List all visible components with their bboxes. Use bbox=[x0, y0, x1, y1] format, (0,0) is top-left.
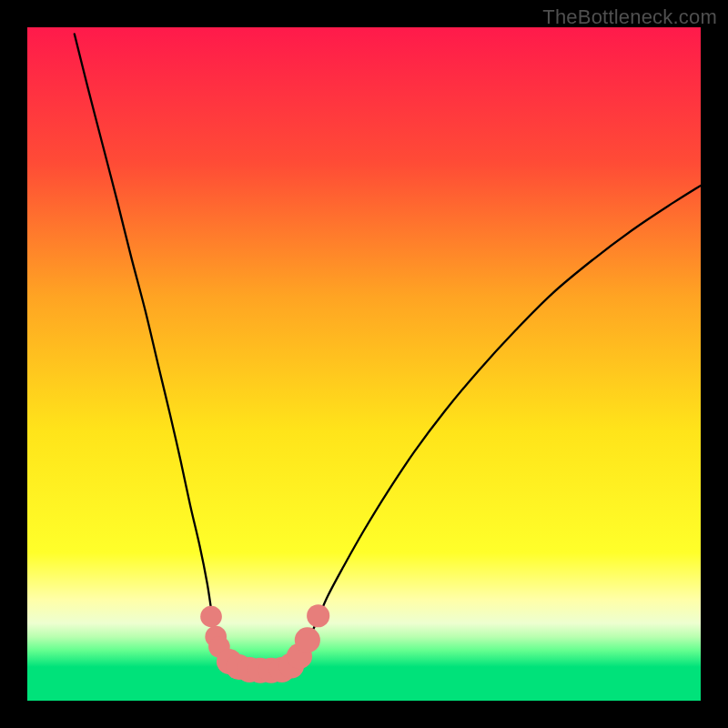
curve-right bbox=[282, 186, 701, 671]
plot-area bbox=[27, 27, 701, 701]
watermark-text: TheBottleneck.com bbox=[542, 5, 717, 29]
chart-frame: TheBottleneck.com bbox=[0, 0, 728, 728]
marker-group bbox=[200, 604, 329, 683]
marker-dot bbox=[295, 627, 320, 652]
curve-left bbox=[75, 34, 282, 670]
marker-dot bbox=[307, 604, 329, 627]
curve-layer bbox=[27, 27, 701, 701]
marker-dot bbox=[200, 606, 222, 628]
